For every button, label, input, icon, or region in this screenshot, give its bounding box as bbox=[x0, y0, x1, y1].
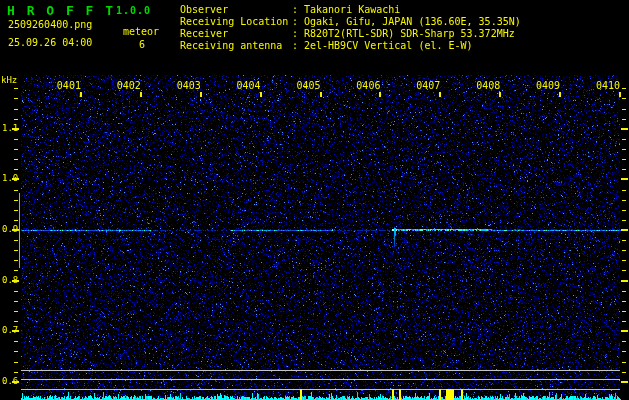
info-label: Receiving Location bbox=[180, 16, 292, 27]
info-label: Receiving antenna bbox=[180, 40, 292, 51]
output-filename: 2509260400.png bbox=[8, 20, 92, 30]
freq-tick-label: 1.1 bbox=[2, 124, 18, 133]
info-value: Takanori Kawachi bbox=[304, 4, 400, 15]
freq-tick-label: 0.6 bbox=[2, 377, 18, 386]
spectrogram-canvas bbox=[0, 0, 629, 400]
info-value: 2el-HB9CV Vertical (el. E-W) bbox=[304, 40, 473, 51]
station-info: Observer:Takanori KawachiReceiving Locat… bbox=[180, 4, 521, 52]
time-tick-label: 0405 bbox=[296, 81, 320, 91]
info-label: Observer bbox=[180, 4, 292, 15]
info-colon: : bbox=[292, 28, 304, 39]
y-axis-unit-label: kHz bbox=[1, 76, 17, 85]
hrofft-output-image: H R O F F T 1.0.0 2509260400.png meteor … bbox=[0, 0, 629, 400]
freq-tick-label: 0.8 bbox=[2, 276, 18, 285]
observation-datetime: 25.09.26 04:00 bbox=[8, 38, 92, 48]
info-value: Ogaki, Gifu, JAPAN (136.60E, 35.35N) bbox=[304, 16, 521, 27]
freq-tick-label: 1.0 bbox=[2, 174, 18, 183]
station-info-row: Receiving Location:Ogaki, Gifu, JAPAN (1… bbox=[180, 16, 521, 28]
info-colon: : bbox=[292, 4, 304, 15]
time-tick-label: 0403 bbox=[177, 81, 201, 91]
station-info-row: Observer:Takanori Kawachi bbox=[180, 4, 521, 16]
info-label: Receiver bbox=[180, 28, 292, 39]
freq-tick-label: 0.9 bbox=[2, 225, 18, 234]
station-info-row: Receiving antenna:2el-HB9CV Vertical (el… bbox=[180, 40, 521, 52]
time-tick-label: 0406 bbox=[356, 81, 380, 91]
time-tick-label: 0410 bbox=[596, 81, 620, 91]
app-version: 1.0.0 bbox=[116, 6, 151, 16]
app-title: H R O F F T bbox=[7, 4, 115, 17]
time-tick-label: 0404 bbox=[237, 81, 261, 91]
station-info-row: Receiver:R820T2(RTL-SDR) SDR-Sharp 53.37… bbox=[180, 28, 521, 40]
echo-count: 6 bbox=[139, 40, 145, 50]
info-value: R820T2(RTL-SDR) SDR-Sharp 53.372MHz bbox=[304, 28, 515, 39]
freq-tick-label: 0.7 bbox=[2, 326, 18, 335]
time-tick-label: 0401 bbox=[57, 81, 81, 91]
time-tick-label: 0402 bbox=[117, 81, 141, 91]
time-tick-label: 0408 bbox=[476, 81, 500, 91]
time-tick-label: 0407 bbox=[416, 81, 440, 91]
time-tick-label: 0409 bbox=[536, 81, 560, 91]
info-colon: : bbox=[292, 16, 304, 27]
info-colon: : bbox=[292, 40, 304, 51]
mode-label: meteor bbox=[123, 27, 159, 37]
